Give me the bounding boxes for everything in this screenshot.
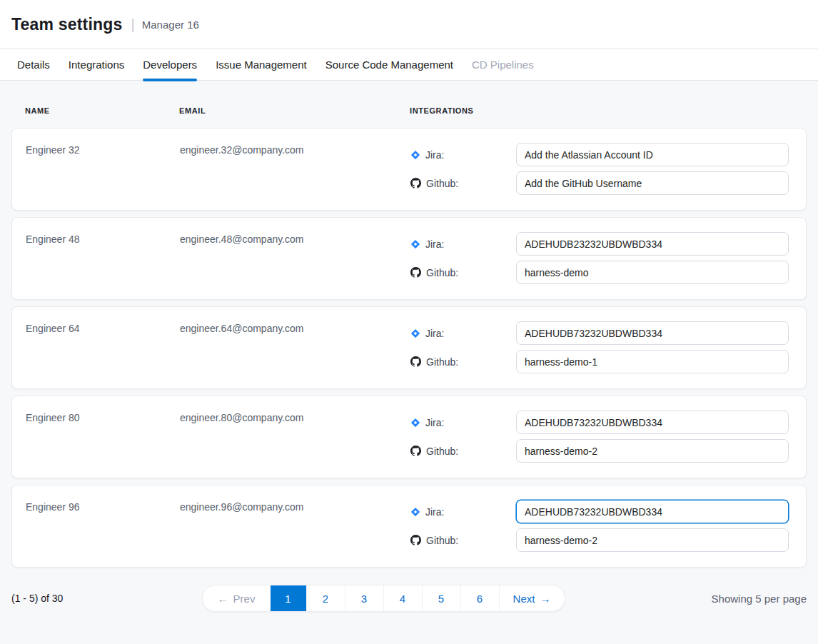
jira-label: Jira: (410, 149, 516, 161)
github-icon (410, 535, 421, 545)
next-page-button[interactable]: Next → (499, 585, 565, 611)
jira-row: Jira: (410, 232, 789, 256)
github-icon (410, 267, 421, 278)
jira-input[interactable] (516, 143, 789, 166)
pagination-range-label: (1 - 5) of 30 (11, 593, 197, 604)
github-input[interactable] (516, 528, 789, 552)
developer-name: Engineer 48 (26, 232, 180, 285)
github-label: Github: (410, 267, 516, 278)
jira-row: Jira: (410, 143, 789, 166)
jira-row: Jira: (410, 411, 789, 434)
jira-icon (410, 239, 420, 249)
arrow-left-icon: ← (218, 593, 228, 605)
github-row: Github: (410, 350, 789, 373)
table-row: Engineer 32 engineer.32@company.com Jira… (11, 128, 807, 211)
pagination-controls: ← Prev 1 2 3 4 5 6 Next → (202, 585, 565, 612)
jira-icon (410, 150, 420, 160)
github-input[interactable] (516, 350, 789, 373)
table-row: Engineer 48 engineer.48@company.com Jira… (11, 217, 807, 300)
column-header-integrations: INTEGRATIONS (410, 106, 789, 115)
github-label: Github: (410, 356, 516, 368)
developers-panel: NAME EMAIL INTEGRATIONS Engineer 32 engi… (0, 81, 818, 644)
developer-name: Engineer 32 (26, 143, 180, 196)
developer-email: engineer.32@company.com (180, 143, 410, 196)
page-button-6[interactable]: 6 (460, 585, 499, 611)
integrations-cell: Jira: Github: (410, 500, 789, 553)
jira-icon (410, 328, 420, 338)
github-icon (410, 178, 421, 188)
table-row: Engineer 64 engineer.64@company.com Jira… (11, 306, 807, 389)
integrations-cell: Jira: Github: (410, 143, 789, 196)
github-icon (410, 446, 421, 456)
developer-email: engineer.48@company.com (180, 232, 410, 285)
page-button-4[interactable]: 4 (383, 585, 422, 611)
jira-row: Jira: (410, 321, 789, 345)
team-manager-label: Manager 16 (142, 19, 199, 31)
title-divider: | (131, 16, 135, 33)
jira-label: Jira: (410, 506, 516, 518)
jira-label: Jira: (410, 238, 516, 250)
jira-icon (410, 507, 420, 517)
column-header-name: NAME (25, 106, 179, 115)
developer-name: Engineer 64 (26, 321, 180, 374)
table-row: Engineer 80 engineer.80@company.com Jira… (11, 396, 807, 478)
tab-bar: Details Integrations Developers Issue Ma… (0, 49, 818, 81)
tab-issue-management[interactable]: Issue Management (216, 49, 307, 80)
page-button-2[interactable]: 2 (306, 585, 345, 611)
developer-email: engineer.80@company.com (180, 411, 410, 463)
jira-input[interactable] (516, 411, 789, 434)
jira-icon (410, 418, 420, 428)
page-title: Team settings (11, 15, 123, 34)
jira-input[interactable] (516, 500, 789, 523)
pagination-bar: (1 - 5) of 30 ← Prev 1 2 3 4 5 6 Next → … (11, 585, 807, 612)
page-button-1[interactable]: 1 (271, 585, 306, 611)
developer-name: Engineer 80 (26, 411, 180, 463)
integrations-cell: Jira: Github: (410, 321, 789, 374)
tab-cd-pipelines: CD Pipelines (472, 49, 534, 80)
integrations-cell: Jira: Github: (410, 232, 789, 285)
jira-row: Jira: (410, 500, 789, 523)
github-row: Github: (410, 439, 789, 463)
table-row: Engineer 96 engineer.96@company.com Jira… (11, 485, 807, 568)
page-header: Team settings | Manager 16 (0, 0, 818, 49)
tab-developers[interactable]: Developers (143, 49, 197, 80)
prev-page-button[interactable]: ← Prev (203, 585, 271, 611)
github-input[interactable] (516, 439, 789, 463)
active-tab-underline (143, 79, 197, 81)
github-input[interactable] (516, 171, 789, 195)
per-page-label: Showing 5 per page (712, 593, 807, 605)
developer-name: Engineer 96 (26, 500, 180, 553)
github-row: Github: (410, 171, 789, 195)
jira-input[interactable] (516, 232, 789, 256)
column-header-email: EMAIL (179, 106, 410, 115)
jira-input[interactable] (516, 321, 789, 345)
github-input[interactable] (516, 261, 789, 284)
github-label: Github: (410, 178, 516, 189)
table-header: NAME EMAIL INTEGRATIONS (11, 81, 807, 128)
integrations-cell: Jira: Github: (410, 411, 789, 463)
github-row: Github: (410, 261, 789, 284)
github-label: Github: (410, 535, 516, 546)
page-button-5[interactable]: 5 (422, 585, 460, 611)
page-button-3[interactable]: 3 (345, 585, 383, 611)
github-icon (410, 356, 421, 367)
developer-email: engineer.64@company.com (180, 321, 410, 374)
arrow-right-icon: → (540, 593, 550, 605)
tab-source-code-management[interactable]: Source Code Management (325, 49, 453, 80)
tab-integrations[interactable]: Integrations (69, 49, 124, 80)
github-label: Github: (410, 446, 516, 457)
developer-email: engineer.96@company.com (180, 500, 410, 553)
jira-label: Jira: (410, 328, 516, 339)
github-row: Github: (410, 528, 789, 552)
tab-details[interactable]: Details (17, 49, 50, 80)
jira-label: Jira: (410, 417, 516, 428)
